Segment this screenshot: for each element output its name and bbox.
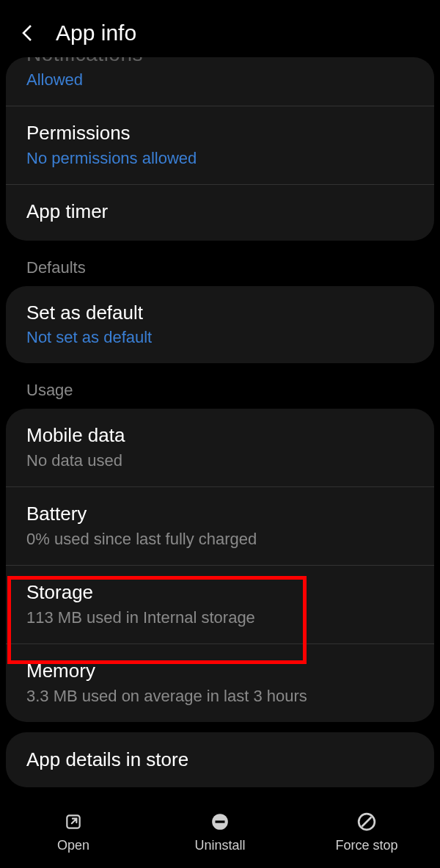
usage-section-header: Usage xyxy=(6,373,434,409)
uninstall-button[interactable]: Uninstall xyxy=(147,812,293,853)
permissions-title: Permissions xyxy=(26,121,414,146)
notifications-title: Notifications xyxy=(26,57,414,68)
force-stop-icon xyxy=(356,812,377,832)
permissions-subtitle: No permissions allowed xyxy=(26,149,414,168)
bottom-nav: Open Uninstall Force stop xyxy=(0,800,440,868)
open-icon xyxy=(63,812,84,832)
notifications-subtitle: Allowed xyxy=(26,70,414,90)
uninstall-label: Uninstall xyxy=(194,838,245,853)
memory-title: Memory xyxy=(26,659,414,684)
set-default-subtitle: Not set as default xyxy=(26,328,414,347)
usage-card: Mobile data No data used Battery 0% used… xyxy=(6,409,434,721)
memory-subtitle: 3.3 MB used on average in last 3 hours xyxy=(26,687,414,706)
settings-card-1: Notifications Allowed Permissions No per… xyxy=(6,57,434,241)
app-details-item[interactable]: App details in store xyxy=(6,732,434,787)
page-title: App info xyxy=(56,21,136,45)
storage-title: Storage xyxy=(26,580,414,605)
battery-subtitle: 0% used since last fully charged xyxy=(26,530,414,549)
mobile-data-subtitle: No data used xyxy=(26,451,414,470)
svg-rect-2 xyxy=(216,820,225,823)
content: Notifications Allowed Permissions No per… xyxy=(0,57,440,787)
svg-line-4 xyxy=(362,817,372,827)
defaults-section-header: Defaults xyxy=(6,251,434,286)
header: App info xyxy=(0,0,440,60)
mobile-data-title: Mobile data xyxy=(26,423,414,448)
permissions-item[interactable]: Permissions No permissions allowed xyxy=(6,106,434,185)
app-details-title: App details in store xyxy=(26,748,414,771)
battery-title: Battery xyxy=(26,502,414,527)
storage-item[interactable]: Storage 113 MB used in Internal storage xyxy=(6,566,434,644)
force-stop-button[interactable]: Force stop xyxy=(293,812,440,853)
force-stop-label: Force stop xyxy=(335,838,397,853)
app-timer-title: App timer xyxy=(26,200,414,225)
set-default-item[interactable]: Set as default Not set as default xyxy=(6,286,434,364)
storage-subtitle: 113 MB used in Internal storage xyxy=(26,608,414,627)
mobile-data-item[interactable]: Mobile data No data used xyxy=(6,409,434,487)
open-label: Open xyxy=(57,838,89,853)
back-icon[interactable] xyxy=(18,23,38,43)
open-button[interactable]: Open xyxy=(0,812,147,853)
notifications-item[interactable]: Notifications Allowed xyxy=(6,57,434,106)
battery-item[interactable]: Battery 0% used since last fully charged xyxy=(6,487,434,566)
uninstall-icon xyxy=(210,812,230,832)
memory-item[interactable]: Memory 3.3 MB used on average in last 3 … xyxy=(6,644,434,722)
defaults-card: Set as default Not set as default xyxy=(6,286,434,364)
set-default-title: Set as default xyxy=(26,301,414,326)
app-timer-item[interactable]: App timer xyxy=(6,185,434,241)
